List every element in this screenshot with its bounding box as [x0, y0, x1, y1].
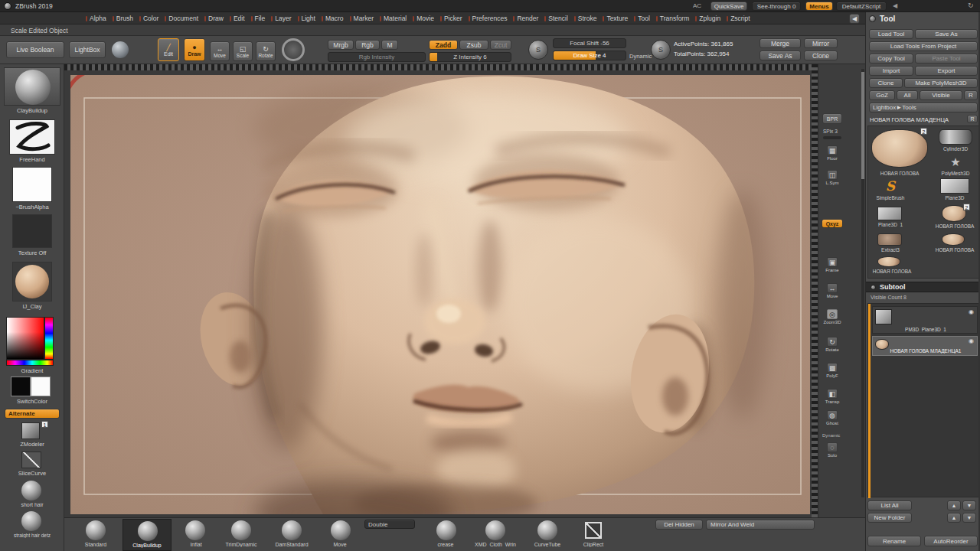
- edit-button[interactable]: ╱ Edit: [158, 38, 179, 61]
- canvas-area[interactable]: [64, 64, 818, 517]
- load-tool-button[interactable]: Load Tool: [869, 29, 913, 39]
- mrgb-button[interactable]: Mrgb: [328, 40, 354, 50]
- menu-light[interactable]: Light: [298, 15, 315, 22]
- live-boolean-button[interactable]: Live Boolean: [6, 41, 64, 58]
- simplebrush-thumb[interactable]: S: [876, 178, 905, 194]
- solo-toggle[interactable]: ◌Solo: [822, 442, 843, 458]
- export-button[interactable]: Export: [915, 66, 978, 76]
- alternate-button[interactable]: Alternate: [5, 409, 60, 419]
- secondary-color-swatch[interactable]: [31, 377, 51, 396]
- brush-standard-thumb[interactable]: [86, 520, 106, 540]
- subtool-header[interactable]: Subtool: [866, 282, 980, 292]
- see-through-slider[interactable]: See-through 0: [752, 2, 801, 11]
- make-polymesh3d-button[interactable]: Make PolyMesh3D: [904, 78, 978, 88]
- clone-button[interactable]: Clone: [804, 51, 838, 60]
- goz-button[interactable]: GoZ: [869, 90, 895, 100]
- color-sv-square[interactable]: [6, 317, 44, 360]
- del-hidden-button[interactable]: Del Hidden: [655, 520, 703, 530]
- menu-stencil[interactable]: Stencil: [544, 15, 568, 22]
- brush-size-circle-icon[interactable]: [282, 38, 305, 61]
- saveas-button[interactable]: Save As: [760, 51, 801, 60]
- plane3d1-thumb[interactable]: [877, 207, 902, 220]
- menu-layer[interactable]: Layer: [271, 15, 291, 22]
- transp-toggle[interactable]: ◧Transp: [822, 389, 843, 405]
- goz-all-button[interactable]: All: [897, 90, 918, 100]
- cylinder3d-thumb[interactable]: [939, 129, 972, 145]
- lsym-toggle[interactable]: ◫L.Sym: [822, 170, 843, 186]
- straight-hair-thumb[interactable]: [21, 511, 41, 531]
- zadd-button[interactable]: Zadd: [429, 40, 458, 50]
- menu-color[interactable]: Color: [139, 15, 158, 22]
- subtool-down-button[interactable]: ▼: [962, 500, 976, 510]
- head3-thumb[interactable]: [942, 233, 965, 246]
- tray-scrollbar-handle[interactable]: [861, 72, 864, 179]
- current-brush-thumb[interactable]: [4, 67, 60, 106]
- menu-macro[interactable]: Macro: [322, 15, 344, 22]
- menu-document[interactable]: Document: [165, 15, 198, 22]
- brush-xmd-cloth-thumb[interactable]: [485, 520, 505, 540]
- menu-file[interactable]: File: [251, 15, 266, 22]
- double-mode-dropdown[interactable]: Double: [364, 520, 415, 529]
- brush-trimdynamic-thumb[interactable]: [231, 520, 251, 540]
- menu-texture[interactable]: Texture: [603, 15, 628, 22]
- subtool-1-eye-icon[interactable]: ◉: [969, 309, 974, 315]
- menu-stroke[interactable]: Stroke: [574, 15, 597, 22]
- short-hair-thumb[interactable]: [21, 481, 41, 500]
- new-folder-button[interactable]: New Folder: [867, 513, 912, 523]
- color-hue-strip[interactable]: [44, 317, 54, 360]
- bpr-button[interactable]: BPR: [822, 113, 842, 124]
- save-as-button[interactable]: Save As: [915, 29, 978, 39]
- polyf-toggle[interactable]: ▩PolyF: [822, 363, 843, 379]
- collapse-left-icon[interactable]: ◀: [893, 2, 897, 9]
- menu-alpha[interactable]: Alpha: [86, 15, 106, 22]
- subtool-item-2[interactable]: ◉ НОВАЯ ГОЛОВА МЛАДЕНЦА1: [872, 336, 978, 356]
- menu-material[interactable]: Material: [380, 15, 407, 22]
- draw-button[interactable]: ● Draw: [184, 38, 205, 61]
- zcut-button[interactable]: Zcut: [490, 40, 511, 50]
- tray-collapse-button[interactable]: ◀: [849, 14, 860, 24]
- canvas-top-scroll[interactable]: [64, 64, 818, 70]
- brush-claybuildup-tile[interactable]: ClayBuildup: [122, 519, 172, 551]
- clone-tool-button[interactable]: Clone: [869, 78, 903, 88]
- main-color-swatch[interactable]: [11, 377, 31, 396]
- refresh-icon[interactable]: ↻: [968, 2, 974, 9]
- brush-damstandard-thumb[interactable]: [282, 520, 302, 540]
- subtool-item-1[interactable]: ◉ PM3D_Plane3D_1: [872, 306, 978, 334]
- draw-size-slider[interactable]: Draw Size 4: [553, 51, 626, 60]
- menu-tool[interactable]: Tool: [634, 15, 650, 22]
- import-button[interactable]: Import: [869, 66, 913, 76]
- menu-draw[interactable]: Draw: [204, 15, 224, 22]
- load-tools-from-project-button[interactable]: Load Tools From Project: [869, 41, 978, 51]
- brush-cliprect-thumb[interactable]: [585, 522, 602, 539]
- zoom3d-button[interactable]: ◎Zoom3D: [822, 309, 843, 325]
- menu-marker[interactable]: Marker: [350, 15, 374, 22]
- lightbox-button[interactable]: LightBox: [69, 41, 106, 58]
- z-intensity-slider[interactable]: Z Intensity 6: [429, 52, 511, 62]
- zmodeler-cube-icon[interactable]: [21, 422, 40, 439]
- rotate-button[interactable]: ↻ Rotate: [256, 41, 276, 61]
- menu-edit[interactable]: Edit: [230, 15, 245, 22]
- extract3-thumb[interactable]: [877, 233, 902, 246]
- rotate-nav-button[interactable]: ↻Rotate: [822, 337, 843, 353]
- current-texture-thumb[interactable]: [12, 214, 52, 248]
- rgb-button[interactable]: Rgb: [355, 40, 380, 50]
- frame-toggle[interactable]: ▣Frame: [822, 257, 843, 273]
- scale-button[interactable]: ◱ Scale: [233, 41, 253, 61]
- menu-render[interactable]: Render: [513, 15, 538, 22]
- rgb-intensity-slider[interactable]: Rgb Intensity: [328, 52, 426, 62]
- zsub-button[interactable]: Zsub: [459, 40, 488, 50]
- menu-zscript[interactable]: Zscript: [727, 15, 750, 22]
- brush-move-thumb[interactable]: [331, 520, 351, 540]
- list-all-button[interactable]: List All: [867, 500, 912, 510]
- focal-sphere-icon[interactable]: S: [528, 40, 548, 60]
- color-hue-bar[interactable]: [6, 360, 54, 366]
- material-preview-icon[interactable]: [112, 41, 129, 58]
- points-sphere-icon[interactable]: S: [651, 40, 671, 60]
- lightbox-tools-button[interactable]: Lightbox►Tools: [869, 103, 978, 112]
- focal-shift-slider[interactable]: Focal Shift -56: [553, 38, 626, 48]
- subtool-up-button[interactable]: ▲: [947, 500, 961, 510]
- menu-transform[interactable]: Transform: [656, 15, 689, 22]
- mirror-button[interactable]: Mirror: [804, 38, 838, 48]
- plane3d-thumb[interactable]: [940, 178, 969, 194]
- current-stroke-thumb[interactable]: [9, 119, 55, 155]
